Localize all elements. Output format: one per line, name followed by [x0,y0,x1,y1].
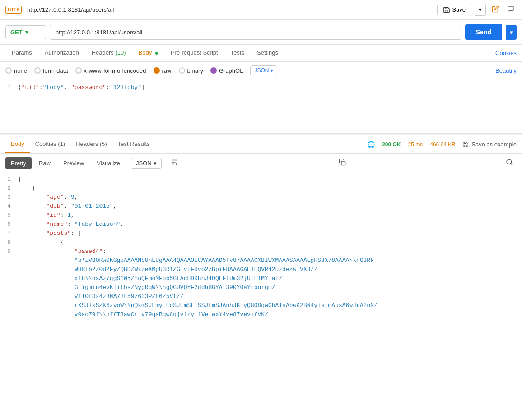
top-bar: HTTP http://127.0.0.1:8181/api/users/all… [0,0,522,20]
filter-icon [171,158,179,166]
resp-line-12: xfb\\nsAz7qgS1WYZhnQFmoMFop5GtAcHDKhhJ4O… [0,274,522,283]
resp-line-7: 7 "posts": [ [0,229,522,238]
edit-icon [492,5,499,13]
fmt-visualize[interactable]: Visualize [91,157,126,169]
resp-line-10: "b'iVBORw0KGgoAAAANSUhEUgAAA4QAAAOECAYAA… [0,256,522,265]
globe-icon: 🌐 [367,141,375,148]
resp-line-9: 9 "base64": [0,247,522,256]
send-button[interactable]: Send [465,24,502,40]
response-status: 200 OK [382,141,401,148]
resp-line-4: 4 "dob": "01-01-2015", [0,202,522,211]
top-url-display: http://127.0.0.1:8181/api/users/all [27,6,432,13]
tab-headers[interactable]: Headers (10) [85,45,132,61]
save-icon [443,6,450,14]
method-select[interactable]: GET ▾ [5,25,46,39]
copy-icon-button[interactable] [335,157,350,169]
cookies-link[interactable]: Cookies [495,45,517,61]
response-meta: 🌐 200 OK 25 ms 466.64 KB Save as example [367,141,517,148]
response-body: 1 [ 2 { 3 "age": 9, 4 "dob": "01-01-2015… [0,173,522,420]
response-section: Body Cookies (1) Headers (5) Test Result… [0,135,522,420]
edit-icon-button[interactable] [489,3,501,17]
option-binary[interactable]: binary [179,67,203,74]
resp-line-14: VfT0fDx4z8NA78L597633PZ86Z5Vf// [0,292,522,301]
option-form-data[interactable]: form-data [34,67,68,74]
resp-line-2: 2 { [0,184,522,193]
resp-line-8: 8 { [0,238,522,247]
option-none[interactable]: none [5,67,27,74]
resp-line-16: v0ao79f\\nffT3awCrjv79qsBqwCqjv1/y11Ve+w… [0,310,522,319]
resp-line-3: 3 "age": 9, [0,193,522,202]
option-urlencoded[interactable]: x-www-form-urlencoded [75,67,146,74]
radio-none-icon [5,67,12,74]
chevron-down-icon: ▾ [479,6,482,13]
radio-form-data-icon [34,67,41,74]
radio-raw-icon [154,67,160,74]
resp-line-15: rXSJIkSZK6zyoW\\nQkmSJEmyEEqSJEmSLISSJEm… [0,301,522,310]
svg-rect-3 [341,161,345,165]
top-actions: Save ▾ [437,3,517,17]
response-time: 25 ms [408,141,423,148]
body-active-dot [155,52,158,55]
search-icon-button[interactable] [502,157,517,169]
body-options: none form-data x-www-form-urlencoded raw… [0,62,522,79]
save-button[interactable]: Save [437,4,471,16]
response-size: 466.64 KB [430,141,455,148]
radio-urlencoded-icon [75,67,82,74]
fmt-pretty[interactable]: Pretty [5,157,32,169]
resp-tab-test-results[interactable]: Test Results [112,136,155,153]
url-input[interactable] [50,25,461,40]
request-tabs: Params Authorization Headers (10) Body P… [0,45,522,62]
method-label: GET [10,29,23,36]
search-icon [506,159,513,166]
filter-icon-button[interactable] [167,156,182,170]
fmt-raw[interactable]: Raw [33,157,56,169]
http-badge: HTTP [5,6,22,14]
tab-tests[interactable]: Tests [224,45,251,61]
format-chevron-icon: ▾ [154,160,157,167]
method-chevron-icon: ▾ [25,29,28,36]
resp-line-5: 5 "id": 1, [0,211,522,220]
resp-line-11: WHRTb2Z0d2FyZQBDZWxzeXMgU3R1ZGlvIFRvb2zB… [0,265,522,274]
comment-icon [507,5,514,13]
copy-icon [339,159,346,166]
svg-point-4 [507,159,512,164]
resp-tab-body[interactable]: Body [5,136,30,153]
format-json-dropdown[interactable]: JSON ▾ [131,158,162,169]
json-dropdown[interactable]: JSON ▾ [250,65,277,75]
tab-authorization[interactable]: Authorization [38,45,85,61]
resp-tab-headers[interactable]: Headers (5) [70,136,112,153]
tab-body[interactable]: Body [132,45,164,61]
json-chevron-icon: ▾ [270,67,273,74]
save-example-icon [462,141,469,148]
send-dropdown-button[interactable]: ▾ [506,25,517,40]
request-body-editor: 1 {"uid":"toby", "password":"123toby"} [0,79,522,134]
save-dropdown-arrow[interactable]: ▾ [475,4,486,16]
beautify-button[interactable]: Beautify [495,67,517,74]
resp-line-6: 6 "name": "Toby Edison", [0,220,522,229]
fmt-preview[interactable]: Preview [58,157,89,169]
tab-settings[interactable]: Settings [251,45,284,61]
option-raw[interactable]: raw [154,67,172,74]
radio-graphql-icon [210,67,217,74]
format-bar: Pretty Raw Preview Visualize JSON ▾ [0,154,522,173]
comment-icon-button[interactable] [505,3,517,17]
app-container: HTTP http://127.0.0.1:8181/api/users/all… [0,0,522,420]
radio-binary-icon [179,67,185,74]
option-graphql[interactable]: GraphQL [210,67,243,74]
save-example-button[interactable]: Save as example [462,141,517,148]
tab-pre-request[interactable]: Pre-request Script [164,45,224,61]
tab-params[interactable]: Params [5,45,38,61]
resp-line-1: 1 [ [0,175,522,184]
request-bar: GET ▾ Send ▾ [0,20,522,45]
send-chevron-icon: ▾ [510,29,513,36]
resp-line-13: GLigmin4evKTitbsZNygRqW\\ngQGUVQYF2ddhBG… [0,283,522,292]
resp-tab-cookies[interactable]: Cookies (1) [30,136,71,153]
response-tabs: Body Cookies (1) Headers (5) Test Result… [0,135,522,154]
request-code-line-1: 1 {"uid":"toby", "password":"123toby"} [0,83,522,92]
svg-line-5 [511,163,512,165]
